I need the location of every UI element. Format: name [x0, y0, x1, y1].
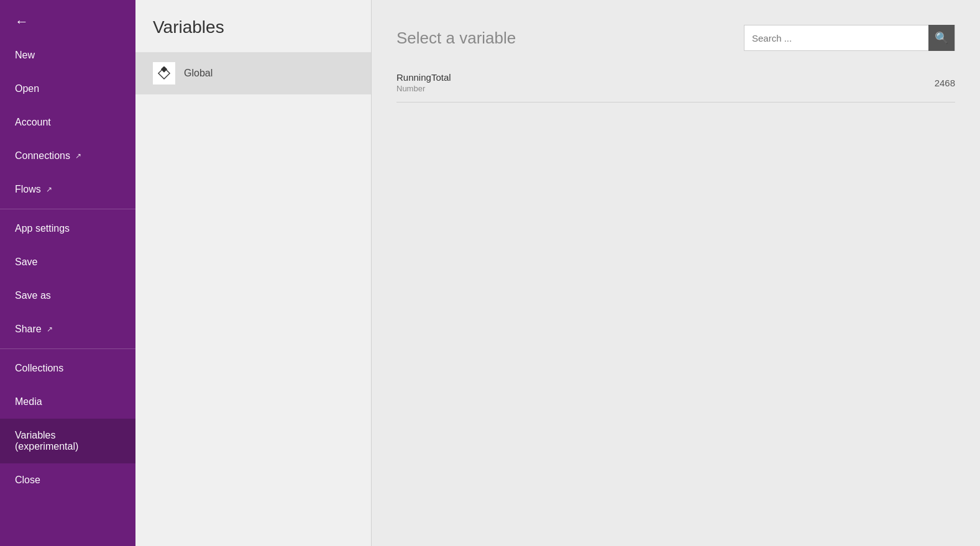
global-scope-icon	[153, 62, 175, 84]
sidebar-item-new[interactable]: New	[0, 39, 135, 72]
sidebar-item-app-settings[interactable]: App settings	[0, 212, 135, 245]
external-link-icon: ↗	[47, 325, 53, 334]
sidebar-item-label: Save as	[15, 290, 51, 301]
main-header: Select a variable 🔍	[372, 0, 980, 63]
sidebar-item-collections[interactable]: Collections	[0, 352, 135, 385]
sidebar-item-save-as[interactable]: Save as	[0, 279, 135, 312]
sidebar-item-account[interactable]: Account	[0, 106, 135, 139]
variable-name: RunningTotal	[396, 72, 451, 83]
panel-title: Variables	[135, 0, 371, 52]
sidebar-item-label: Media	[15, 396, 42, 407]
variable-type: Number	[396, 84, 451, 93]
variable-info: RunningTotal Number	[396, 72, 451, 93]
sidebar-item-label: Save	[15, 257, 37, 268]
search-icon: 🔍	[935, 31, 948, 45]
sidebar-item-flows[interactable]: Flows ↗	[0, 173, 135, 206]
sidebar-item-label: Close	[15, 475, 40, 486]
global-scope-item[interactable]: Global	[135, 52, 371, 94]
sidebar-item-label: Connections	[15, 150, 70, 162]
sidebar-divider-1	[0, 209, 135, 209]
external-link-icon: ↗	[46, 185, 52, 194]
sidebar-divider-2	[0, 348, 135, 349]
sidebar-item-share[interactable]: Share ↗	[0, 312, 135, 346]
search-button[interactable]: 🔍	[928, 25, 955, 51]
sidebar-item-variables[interactable]: Variables (experimental)	[0, 419, 135, 463]
search-input[interactable]	[744, 33, 928, 43]
back-button[interactable]: ←	[0, 0, 135, 39]
sidebar-item-label: Variables (experimental)	[15, 430, 121, 452]
back-arrow-icon: ←	[15, 15, 29, 29]
sidebar-item-open[interactable]: Open	[0, 72, 135, 106]
external-link-icon: ↗	[75, 152, 81, 160]
global-scope-label: Global	[184, 68, 213, 79]
sidebar-item-label: New	[15, 50, 35, 61]
main-content: Select a variable 🔍 RunningTotal Number …	[372, 0, 980, 546]
table-row[interactable]: RunningTotal Number 2468	[396, 63, 955, 102]
sidebar-item-label: App settings	[15, 223, 70, 234]
variable-value: 2468	[935, 78, 955, 88]
sidebar-item-save[interactable]: Save	[0, 245, 135, 279]
sidebar-item-label: Flows	[15, 184, 41, 195]
sidebar: ← New Open Account Connections ↗ Flows ↗…	[0, 0, 135, 546]
sidebar-item-label: Collections	[15, 363, 63, 374]
sidebar-item-label: Share	[15, 324, 42, 335]
sidebar-item-connections[interactable]: Connections ↗	[0, 139, 135, 173]
sidebar-item-label: Account	[15, 117, 51, 128]
sidebar-item-label: Open	[15, 83, 39, 94]
middle-panel: Variables Global	[135, 0, 372, 546]
main-title: Select a variable	[396, 29, 516, 48]
variables-list: RunningTotal Number 2468	[396, 63, 955, 102]
search-box: 🔍	[744, 25, 955, 51]
sidebar-item-media[interactable]: Media	[0, 385, 135, 419]
sidebar-item-close[interactable]: Close	[0, 463, 135, 497]
